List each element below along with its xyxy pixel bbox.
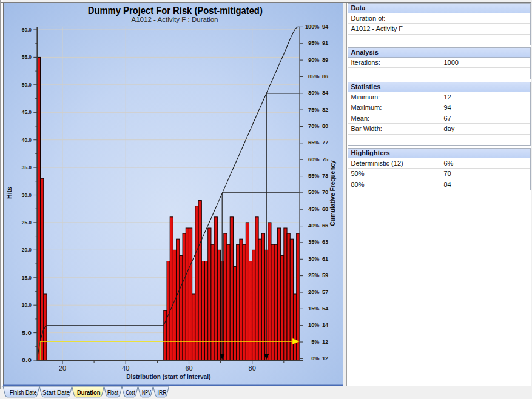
svg-text:Dummy Project For Risk (Post-m: Dummy Project For Risk (Post-mitigated): [88, 5, 263, 16]
svg-text:35%: 35%: [308, 239, 319, 245]
svg-text:40.0: 40.0: [22, 136, 32, 143]
svg-text:35.0: 35.0: [22, 164, 32, 170]
svg-text:30%: 30%: [308, 256, 319, 262]
svg-text:0%: 0%: [311, 355, 319, 361]
svg-text:91: 91: [322, 40, 328, 46]
svg-text:85%: 85%: [308, 73, 319, 79]
svg-text:61: 61: [322, 256, 328, 262]
svg-text:20: 20: [59, 364, 66, 372]
svg-text:45.0: 45.0: [22, 109, 32, 115]
svg-text:5%: 5%: [311, 339, 319, 345]
svg-text:Cumulative Frequency: Cumulative Frequency: [329, 160, 336, 226]
svg-text:A1012 - Activity F : Duration: A1012 - Activity F : Duration: [132, 16, 218, 23]
svg-text:59: 59: [322, 272, 328, 278]
svg-text:55.0: 55.0: [22, 53, 32, 60]
svg-text:14: 14: [322, 322, 329, 328]
svg-text:15.0: 15.0: [22, 274, 32, 281]
svg-text:55%: 55%: [308, 173, 319, 179]
svg-text:Cost: Cost: [126, 389, 135, 396]
svg-text:20.0: 20.0: [22, 246, 32, 253]
svg-text:15%: 15%: [308, 306, 319, 312]
svg-text:90%: 90%: [308, 57, 319, 63]
svg-text:10.0: 10.0: [22, 301, 32, 308]
svg-text:54: 54: [322, 306, 329, 312]
svg-text:89: 89: [322, 57, 328, 63]
svg-text:Start Date: Start Date: [42, 389, 70, 396]
svg-text:Hits: Hits: [5, 187, 13, 199]
svg-text:Float: Float: [107, 389, 118, 396]
svg-text:95%: 95%: [308, 40, 319, 46]
svg-text:84: 84: [322, 90, 329, 96]
svg-text:70%: 70%: [308, 123, 319, 129]
svg-text:80%: 80%: [308, 90, 319, 96]
svg-text:70: 70: [322, 189, 328, 195]
svg-text:65%: 65%: [308, 139, 319, 146]
svg-text:Duration: Duration: [77, 389, 101, 396]
svg-text:45%: 45%: [308, 206, 319, 212]
svg-text:63: 63: [322, 239, 328, 245]
svg-text:Distribution (start of interva: Distribution (start of interval): [126, 373, 210, 380]
svg-text:30.0: 30.0: [22, 192, 32, 198]
svg-text:25%: 25%: [308, 272, 319, 278]
svg-text:77: 77: [322, 139, 328, 146]
svg-text:80: 80: [322, 123, 328, 129]
svg-text:100%: 100%: [305, 24, 320, 30]
svg-text:20%: 20%: [308, 289, 319, 295]
svg-text:68: 68: [322, 206, 328, 212]
svg-text:NPV: NPV: [142, 389, 151, 396]
svg-text:40%: 40%: [308, 223, 319, 229]
svg-text:5.0: 5.0: [22, 329, 32, 336]
svg-text:12: 12: [322, 355, 328, 361]
svg-text:57: 57: [322, 289, 328, 295]
svg-text:82: 82: [322, 107, 328, 113]
svg-text:50%: 50%: [308, 189, 319, 195]
svg-text:94: 94: [322, 24, 329, 30]
svg-text:60: 60: [185, 364, 192, 372]
svg-text:40: 40: [122, 364, 129, 372]
svg-text:0.0: 0.0: [22, 357, 32, 363]
svg-text:75%: 75%: [308, 107, 319, 113]
svg-text:60.0: 60.0: [22, 26, 32, 33]
svg-text:60%: 60%: [308, 156, 319, 163]
svg-text:25.0: 25.0: [22, 219, 32, 226]
svg-text:80: 80: [249, 364, 256, 372]
svg-text:73: 73: [322, 173, 328, 179]
svg-text:IRR: IRR: [158, 389, 167, 396]
svg-text:Finish Date: Finish Date: [10, 389, 37, 396]
svg-text:50.0: 50.0: [22, 81, 32, 88]
svg-text:75: 75: [322, 156, 328, 163]
svg-text:10%: 10%: [308, 322, 319, 328]
svg-text:86: 86: [322, 73, 328, 79]
svg-text:12: 12: [322, 339, 328, 345]
svg-text:66: 66: [322, 223, 328, 229]
